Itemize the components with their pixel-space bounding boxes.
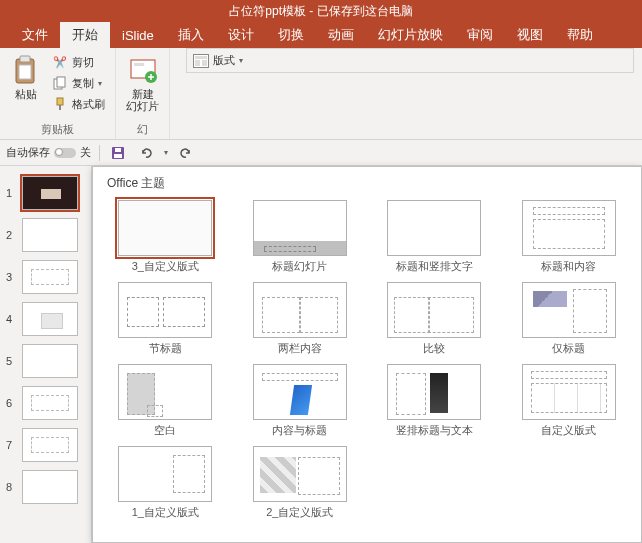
layout-preview bbox=[387, 282, 481, 338]
layout-caption: 2_自定义版式 bbox=[266, 506, 333, 518]
layout-option[interactable]: 标题和竖排文字 bbox=[372, 200, 497, 272]
new-slide-button[interactable]: 新建 幻灯片 bbox=[122, 52, 163, 114]
cut-button[interactable]: ✂️ 剪切 bbox=[48, 52, 109, 72]
layout-caption: 1_自定义版式 bbox=[132, 506, 199, 518]
layout-dropdown-button[interactable]: 版式 ▾ bbox=[186, 48, 634, 73]
layout-preview bbox=[253, 282, 347, 338]
tab-design[interactable]: 设计 bbox=[216, 22, 266, 48]
layout-option[interactable]: 比较 bbox=[372, 282, 497, 354]
autosave-label: 自动保存 bbox=[6, 145, 50, 160]
layout-caption: 两栏内容 bbox=[278, 342, 322, 354]
slide-thumbnail[interactable]: 2 bbox=[0, 214, 91, 256]
layout-caption: 自定义版式 bbox=[541, 424, 596, 436]
save-button[interactable] bbox=[108, 143, 128, 163]
layout-option[interactable]: 2_自定义版式 bbox=[238, 446, 363, 518]
layout-gallery: Office 主题 3_自定义版式标题幻灯片标题和竖排文字标题和内容节标题两栏内… bbox=[92, 166, 642, 543]
layout-preview bbox=[118, 200, 212, 256]
undo-button[interactable] bbox=[136, 143, 156, 163]
slide-thumbnail[interactable]: 6 bbox=[0, 382, 91, 424]
tab-animations[interactable]: 动画 bbox=[316, 22, 366, 48]
tab-transitions[interactable]: 切换 bbox=[266, 22, 316, 48]
slide-thumbnail[interactable]: 1 bbox=[0, 172, 91, 214]
layout-option[interactable]: 节标题 bbox=[103, 282, 228, 354]
separator bbox=[99, 145, 100, 161]
autosave-toggle[interactable]: 自动保存 关 bbox=[6, 145, 91, 160]
toggle-track bbox=[54, 148, 76, 158]
tab-home[interactable]: 开始 bbox=[60, 22, 110, 48]
paste-button[interactable]: 粘贴 bbox=[6, 52, 46, 102]
tab-islide[interactable]: iSlide bbox=[110, 22, 166, 48]
canvas-area: Office 主题 3_自定义版式标题幻灯片标题和竖排文字标题和内容节标题两栏内… bbox=[92, 166, 642, 543]
document-title: 占位符ppt模板 - 已保存到这台电脑 bbox=[229, 3, 412, 20]
tab-review[interactable]: 审阅 bbox=[455, 22, 505, 48]
tab-file[interactable]: 文件 bbox=[10, 22, 60, 48]
slide-thumbnail[interactable]: 7 bbox=[0, 424, 91, 466]
cut-label: 剪切 bbox=[72, 55, 94, 70]
layout-caption: 仅标题 bbox=[552, 342, 585, 354]
layout-preview bbox=[387, 364, 481, 420]
tab-insert[interactable]: 插入 bbox=[166, 22, 216, 48]
chevron-down-icon: ▾ bbox=[98, 79, 102, 88]
layout-preview bbox=[522, 200, 616, 256]
chevron-down-icon[interactable]: ▾ bbox=[164, 148, 168, 157]
layout-option[interactable]: 自定义版式 bbox=[507, 364, 632, 436]
layout-icon bbox=[193, 54, 209, 68]
layout-preview bbox=[522, 282, 616, 338]
layout-label: 版式 bbox=[213, 53, 235, 68]
redo-icon bbox=[178, 145, 194, 161]
layout-option[interactable]: 3_自定义版式 bbox=[103, 200, 228, 272]
copy-label: 复制 bbox=[72, 76, 94, 91]
slide-thumbnail[interactable]: 3 bbox=[0, 256, 91, 298]
svg-rect-6 bbox=[59, 105, 61, 110]
brush-icon bbox=[52, 96, 68, 112]
layout-option[interactable]: 标题和内容 bbox=[507, 200, 632, 272]
slide-thumbnail[interactable]: 4 bbox=[0, 298, 91, 340]
layout-caption: 标题和内容 bbox=[541, 260, 596, 272]
layout-preview bbox=[253, 446, 347, 502]
paste-icon bbox=[10, 54, 42, 86]
svg-rect-5 bbox=[57, 98, 63, 105]
layout-option[interactable]: 内容与标题 bbox=[238, 364, 363, 436]
slide-thumbnail[interactable]: 5 bbox=[0, 340, 91, 382]
layout-caption: 内容与标题 bbox=[272, 424, 327, 436]
redo-button[interactable] bbox=[176, 143, 196, 163]
layout-option[interactable]: 1_自定义版式 bbox=[103, 446, 228, 518]
layout-preview bbox=[118, 446, 212, 502]
chevron-down-icon: ▾ bbox=[239, 56, 243, 65]
layout-caption: 比较 bbox=[423, 342, 445, 354]
svg-rect-13 bbox=[202, 60, 207, 66]
copy-icon bbox=[52, 75, 68, 91]
layout-preview bbox=[118, 364, 212, 420]
titlebar: 占位符ppt模板 - 已保存到这台电脑 bbox=[0, 0, 642, 22]
format-painter-label: 格式刷 bbox=[72, 97, 105, 112]
layout-option[interactable]: 空白 bbox=[103, 364, 228, 436]
svg-rect-4 bbox=[57, 77, 65, 87]
slides-group-label: 幻 bbox=[122, 120, 163, 137]
layout-preview bbox=[118, 282, 212, 338]
format-painter-button[interactable]: 格式刷 bbox=[48, 94, 109, 114]
clipboard-group-label: 剪贴板 bbox=[6, 120, 109, 137]
layout-caption: 节标题 bbox=[149, 342, 182, 354]
new-slide-label: 新建 幻灯片 bbox=[126, 88, 159, 112]
workspace: 1 2 3 4 5 6 7 8 Office 主题 3_自定义版式标题幻灯片标题… bbox=[0, 166, 642, 543]
svg-rect-2 bbox=[19, 65, 31, 79]
tab-help[interactable]: 帮助 bbox=[555, 22, 605, 48]
slide-thumbnail-panel[interactable]: 1 2 3 4 5 6 7 8 bbox=[0, 166, 92, 543]
scissors-icon: ✂️ bbox=[52, 54, 68, 70]
layout-caption: 3_自定义版式 bbox=[132, 260, 199, 272]
quick-access-toolbar: 自动保存 关 ▾ bbox=[0, 140, 642, 166]
gallery-section-title: Office 主题 bbox=[103, 175, 631, 192]
layout-preview bbox=[522, 364, 616, 420]
slide-thumbnail[interactable]: 8 bbox=[0, 466, 91, 508]
undo-icon bbox=[138, 145, 154, 161]
layout-option[interactable]: 两栏内容 bbox=[238, 282, 363, 354]
tab-view[interactable]: 视图 bbox=[505, 22, 555, 48]
layout-option[interactable]: 仅标题 bbox=[507, 282, 632, 354]
layout-option[interactable]: 竖排标题与文本 bbox=[372, 364, 497, 436]
layout-option[interactable]: 标题幻灯片 bbox=[238, 200, 363, 272]
tab-slideshow[interactable]: 幻灯片放映 bbox=[366, 22, 455, 48]
copy-button[interactable]: 复制 ▾ bbox=[48, 73, 109, 93]
layout-caption: 空白 bbox=[154, 424, 176, 436]
layout-preview bbox=[387, 200, 481, 256]
svg-rect-16 bbox=[114, 154, 122, 158]
